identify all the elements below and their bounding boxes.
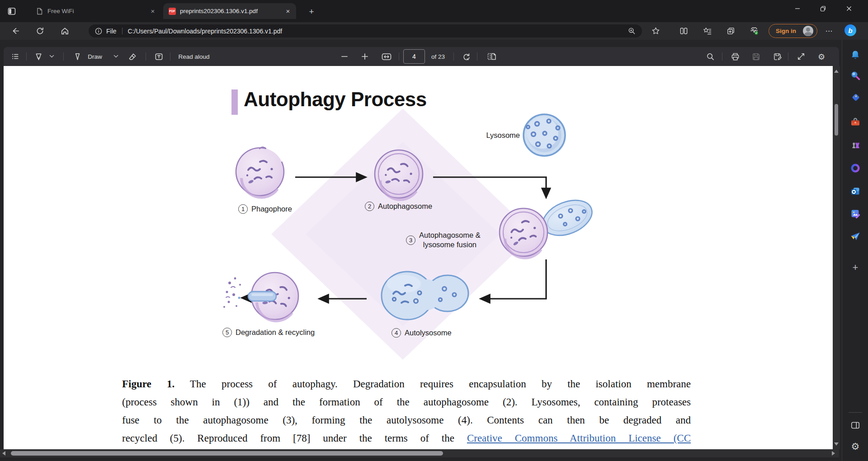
microsoft-365-button[interactable] (849, 162, 861, 174)
minimize-button[interactable] (784, 0, 810, 17)
close-window-button[interactable] (836, 0, 862, 17)
pdf-viewer: Draw Read aloud (0, 40, 842, 461)
favorites-list-button[interactable] (701, 24, 713, 37)
add-sidebar-item-button[interactable]: + (849, 262, 861, 273)
draw-options-button[interactable] (110, 47, 121, 66)
vertical-scroll-thumb[interactable] (835, 104, 838, 136)
search-icon (706, 52, 715, 61)
phagophore-cell (236, 147, 284, 198)
sidebar-settings-button[interactable]: ⚙ (849, 441, 861, 452)
new-tab-button[interactable]: + (306, 6, 317, 18)
erase-button[interactable] (126, 47, 139, 66)
close-icon[interactable]: × (149, 7, 157, 15)
caption-line-2: (process shown in (1)) and the formation… (122, 393, 691, 411)
tools-button[interactable] (849, 116, 861, 128)
pdf-page: Autophagy Process (4, 66, 833, 449)
health-pulse-icon (750, 26, 759, 35)
sidebar-panel-button[interactable] (849, 419, 861, 431)
zoom-in-button[interactable] (359, 47, 371, 66)
close-icon (846, 6, 852, 11)
zoom-out-button[interactable] (338, 47, 351, 66)
menu-icon (11, 52, 19, 61)
refresh-button[interactable] (33, 24, 46, 37)
outlook-button[interactable] (849, 185, 861, 197)
sidebar-search-button[interactable] (849, 70, 861, 81)
add-text-button[interactable] (152, 47, 165, 66)
fit-width-icon (382, 53, 392, 61)
back-button[interactable] (9, 24, 22, 37)
favorite-star-button[interactable] (649, 24, 662, 37)
more-menu-button[interactable]: ⋯ (823, 24, 835, 37)
highlighter-icon (34, 52, 43, 61)
fit-to-width-button[interactable] (379, 47, 394, 66)
step-label-autophagosome: 2 Autophagosome (365, 202, 432, 211)
notifications-button[interactable] (849, 49, 861, 61)
horizontal-scrollbar[interactable] (0, 449, 839, 457)
info-icon[interactable] (95, 28, 102, 35)
zoom-page-icon[interactable] (628, 27, 636, 35)
highlight-button[interactable] (32, 47, 45, 66)
scroll-up-icon[interactable] (834, 70, 839, 73)
pen-icon (73, 52, 82, 61)
favorites-list-icon (703, 27, 712, 35)
read-aloud-button[interactable]: Read aloud (176, 47, 212, 66)
close-icon[interactable]: × (284, 7, 292, 15)
edge-sidebar: + ⚙ (842, 40, 868, 461)
pdf-toolbar: Draw Read aloud (4, 47, 839, 66)
tab-free-wifi[interactable]: Free WiFi × (30, 3, 161, 19)
rotate-button[interactable] (459, 47, 473, 66)
draw-button[interactable] (71, 47, 84, 66)
bing-copilot-icon[interactable]: b (844, 24, 856, 36)
vertical-scrollbar[interactable] (833, 66, 840, 449)
divider (122, 28, 123, 34)
caption-line-1: Figure 1. The process of autophagy. Degr… (122, 375, 691, 393)
save-icon (752, 52, 760, 61)
print-button[interactable] (728, 47, 742, 66)
home-button[interactable] (58, 24, 71, 37)
save-as-button[interactable] (770, 47, 784, 66)
save-button[interactable] (749, 47, 763, 66)
step-number: 2 (365, 202, 374, 211)
autolysosome-cell (382, 272, 468, 320)
step-number: 4 (392, 328, 401, 338)
plus-icon (361, 53, 368, 60)
debris-particles (223, 278, 241, 308)
collections-button[interactable] (724, 24, 737, 37)
fullscreen-button[interactable] (794, 47, 808, 66)
rotate-icon (462, 52, 471, 61)
horizontal-scroll-thumb[interactable] (11, 451, 443, 456)
split-screen-button[interactable] (677, 24, 690, 37)
toolbox-icon (850, 117, 861, 127)
workspaces-icon[interactable] (6, 6, 17, 17)
step-number: 1 (238, 204, 248, 214)
draw-label[interactable]: Draw (85, 47, 105, 66)
page-view-button[interactable] (484, 47, 499, 66)
address-field[interactable]: File C:/Users/Paul/Downloads/preprints20… (89, 24, 642, 38)
scroll-right-icon[interactable] (832, 451, 835, 456)
shopping-button[interactable] (849, 93, 861, 104)
drop-button[interactable] (849, 230, 861, 242)
step-number: 5 (222, 328, 232, 337)
restore-button[interactable] (810, 0, 836, 17)
lysosome-label: Lysosome (481, 131, 520, 140)
highlight-options-button[interactable] (46, 47, 57, 66)
step-number: 3 (406, 235, 415, 245)
scroll-left-icon[interactable] (2, 451, 5, 456)
search-document-button[interactable] (703, 47, 717, 66)
text-box-icon (155, 52, 163, 61)
designer-button[interactable] (849, 208, 861, 220)
sign-in-button[interactable]: Sign in (769, 24, 817, 38)
pdf-settings-button[interactable]: ⚙ (815, 47, 828, 66)
outlook-icon (850, 186, 861, 197)
minus-icon (341, 53, 348, 60)
chevron-down-icon (49, 55, 54, 58)
browser-window: Free WiFi × PDF preprints202306.1306.v1.… (0, 0, 868, 461)
page-number-input[interactable] (403, 49, 425, 64)
games-button[interactable] (849, 139, 861, 151)
browser-essentials-button[interactable] (748, 24, 760, 37)
sidebar-divider (849, 412, 862, 413)
cc-license-link[interactable]: Creative Commons Attribution License (CC (467, 433, 691, 444)
scroll-down-icon[interactable] (834, 442, 839, 446)
tab-pdf[interactable]: PDF preprints202306.1306.v1.pdf × (163, 3, 296, 19)
toc-menu-button[interactable] (9, 47, 22, 66)
